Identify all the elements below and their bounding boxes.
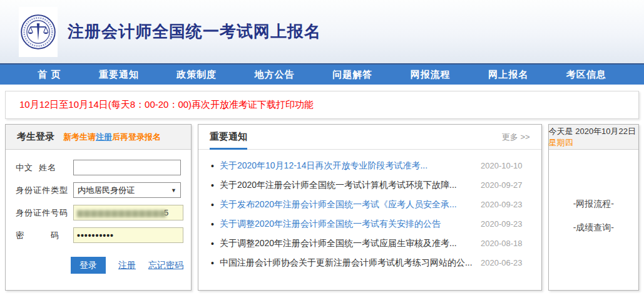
- cpa-seal-icon: [20, 14, 56, 50]
- login-button[interactable]: 登录: [71, 257, 106, 274]
- id-number-redacted-value: ▆▆▆▆▆▆▆▆▆▆▆▆▆: [77, 208, 166, 217]
- nav-item-faq[interactable]: 问题解答: [332, 69, 372, 81]
- notice-item: • 关于2020年注册会计师全国统一考试计算机考试环境下故障... 2020-0…: [211, 175, 523, 195]
- nav-item-home[interactable]: 首 页: [38, 69, 61, 81]
- today-weekday: 星期四: [549, 138, 573, 147]
- login-subtitle: 新考生请注册后再登录报名: [63, 132, 161, 143]
- notice-link[interactable]: 关于2020年10月12-14日再次开放专业阶段考试准考...: [220, 160, 473, 172]
- content-area: 考生登录 新考生请注册后再登录报名 中文 姓名 身份证件类型 内地居民身份证 ▼…: [5, 124, 639, 291]
- login-panel-header: 考生登录 新考生请注册后再登录报名: [6, 125, 191, 150]
- login-form: 中文 姓名 身份证件类型 内地居民身份证 ▼ 身份证件号码 ▆▆▆▆▆▆▆▆▆▆…: [6, 150, 191, 290]
- login-actions: 登录 注册 忘记密码: [71, 257, 183, 274]
- notice-date: 2020-09-23: [473, 219, 523, 229]
- login-panel: 考生登录 新考生请注册后再登录报名 中文 姓名 身份证件类型 内地居民身份证 ▼…: [5, 124, 192, 291]
- id-number-row: 身份证件号码 ▆▆▆▆▆▆▆▆▆▆▆▆▆ 5: [16, 205, 183, 220]
- cpa-logo: [19, 7, 58, 57]
- login-title: 考生登录: [17, 131, 54, 143]
- id-number-input[interactable]: ▆▆▆▆▆▆▆▆▆▆▆▆▆ 5: [73, 205, 183, 220]
- notice-item: • 中国注册会计师协会关于更新注册会计师考试机考练习网站的公... 2020-0…: [211, 253, 523, 272]
- bullet-icon: •: [211, 239, 214, 249]
- notices-title: 重要通知: [210, 125, 247, 150]
- page-title: 注册会计师全国统一考试网上报名: [68, 21, 321, 43]
- notice-date: 2020-10-10: [473, 161, 523, 170]
- notice-date: 2020-08-18: [473, 239, 523, 248]
- id-type-selected-value: 内地居民身份证: [78, 185, 135, 196]
- notice-link[interactable]: 关于调整2020年注册会计师全国统一考试有关安排的公告: [220, 219, 473, 230]
- password-masked-value: ••••••••••: [77, 230, 114, 241]
- nav-item-policies[interactable]: 政策制度: [176, 69, 217, 81]
- notice-link[interactable]: 中国注册会计师协会关于更新注册会计师考试机考练习网站的公...: [220, 257, 473, 269]
- notice-item: • 关于2020年10月12-14日再次开放专业阶段考试准考... 2020-1…: [211, 156, 523, 175]
- link-registration-process[interactable]: -网报流程-: [573, 199, 614, 210]
- more-link[interactable]: 更多 >>: [502, 132, 530, 143]
- id-number-label: 身份证件号码: [16, 207, 73, 219]
- nav-item-registration-process[interactable]: 网报流程: [411, 69, 451, 81]
- notice-date: 2020-09-27: [473, 180, 523, 190]
- today-panel: 今天是 2020年10月22日 星期四 -网报流程- -成绩查询-: [548, 124, 639, 291]
- nav-item-exam-area-info[interactable]: 考区信息: [566, 69, 606, 81]
- bullet-icon: •: [211, 180, 214, 190]
- today-panel-header: 今天是 2020年10月22日 星期四: [549, 125, 638, 150]
- id-type-label: 身份证件类型: [16, 185, 73, 196]
- notices-panel-header: 重要通知 更多 >>: [198, 125, 541, 150]
- bullet-icon: •: [211, 200, 214, 210]
- notices-list: • 关于2020年10月12-14日再次开放专业阶段考试准考... 2020-1…: [198, 150, 541, 290]
- announcement-bar: 10月12日至10月14日(每天8：00-20：00)再次开放准考证下载打印功能: [5, 91, 639, 119]
- notice-item: • 关于调整2020年注册会计师全国统一考试有关安排的公告 2020-09-23: [211, 214, 523, 234]
- notice-link[interactable]: 关于发布2020年注册会计师全国统一考试《应考人员安全承...: [220, 199, 473, 210]
- bullet-icon: •: [211, 258, 214, 268]
- link-score-inquiry[interactable]: -成绩查询-: [573, 222, 614, 234]
- notice-link[interactable]: 关于调整2020年注册会计师全国统一考试应届生审核及准考...: [220, 238, 473, 249]
- main-nav: 首 页 重要通知 政策制度 地方公告 问题解答 网报流程 网上报名 考区信息: [0, 63, 644, 85]
- notice-date: 2020-09-23: [473, 200, 523, 209]
- today-panel-body: -网报流程- -成绩查询-: [549, 150, 638, 290]
- notice-item: • 关于发布2020年注册会计师全国统一考试《应考人员安全承... 2020-0…: [211, 195, 523, 214]
- today-date-text: 今天是 2020年10月22日: [549, 127, 636, 136]
- nav-item-important-notices[interactable]: 重要通知: [99, 69, 139, 81]
- notice-link[interactable]: 关于2020年注册会计师全国统一考试计算机考试环境下故障...: [220, 180, 473, 191]
- site-header: 注册会计师全国统一考试网上报名: [0, 0, 644, 63]
- name-row: 中文 姓名: [16, 160, 183, 175]
- register-link[interactable]: 注册: [118, 260, 136, 271]
- page: 注册会计师全国统一考试网上报名 首 页 重要通知 政策制度 地方公告 问题解答 …: [0, 0, 644, 295]
- id-type-select[interactable]: 内地居民身份证 ▼: [73, 182, 181, 198]
- nav-item-local-announcements[interactable]: 地方公告: [255, 69, 295, 81]
- forgot-password-link[interactable]: 忘记密码: [148, 260, 183, 271]
- notice-item: • 关于调整2020年注册会计师全国统一考试应届生审核及准考... 2020-0…: [211, 234, 523, 253]
- bullet-icon: •: [211, 219, 214, 229]
- password-row: 密 码 ••••••••••: [16, 227, 183, 243]
- notice-date: 2020-06-23: [473, 258, 523, 267]
- today-date: 今天是 2020年10月22日 星期四: [549, 126, 638, 148]
- password-input[interactable]: ••••••••••: [73, 227, 183, 243]
- notices-panel: 重要通知 更多 >> • 关于2020年10月12-14日再次开放专业阶段考试准…: [198, 124, 542, 291]
- password-label: 密 码: [16, 230, 73, 241]
- id-type-row: 身份证件类型 内地居民身份证 ▼: [16, 182, 183, 198]
- dropdown-arrow-icon: ▼: [171, 187, 176, 194]
- name-input[interactable]: [73, 160, 181, 175]
- register-inline-link[interactable]: 注册: [96, 132, 112, 142]
- bullet-icon: •: [211, 161, 214, 171]
- nav-item-online-registration[interactable]: 网上报名: [488, 69, 528, 81]
- announcement-text: 10月12日至10月14日(每天8：00-20：00)再次开放准考证下载打印功能: [19, 99, 314, 111]
- login-subtitle-prefix: 新考生请: [63, 132, 96, 142]
- name-label: 中文 姓名: [16, 162, 73, 173]
- login-subtitle-suffix: 后再登录报名: [112, 132, 161, 142]
